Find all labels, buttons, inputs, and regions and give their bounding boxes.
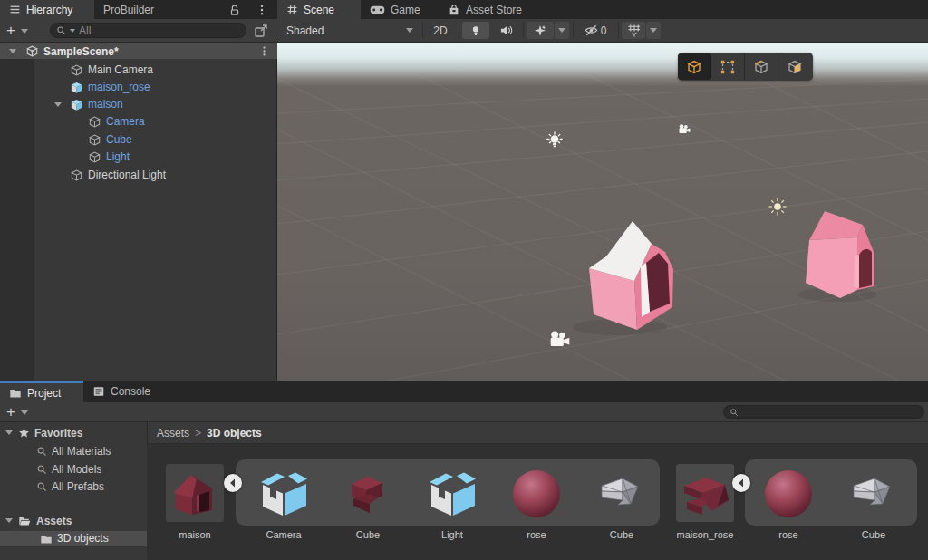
sidebar-assets-folder[interactable]: Assets (0, 514, 147, 528)
scene-effects-caret[interactable] (555, 22, 569, 39)
tab-asset-store[interactable]: Asset Store (439, 0, 546, 19)
toggle-2d-label: 2D (433, 24, 447, 37)
pb-vertex-mode-button[interactable] (711, 53, 745, 80)
tab-console-label: Console (111, 385, 150, 398)
hierarchy-search-placeholder: All (79, 24, 91, 37)
expand-caret-icon[interactable] (5, 430, 13, 435)
sphere-material-thumbnail (508, 464, 566, 522)
asset-label: Cube (837, 529, 910, 542)
sphere-material-thumbnail (759, 464, 817, 522)
asset-rose[interactable] (508, 464, 566, 522)
tab-probuilder[interactable]: ProBuilder (94, 0, 187, 19)
project-tabbar: Project Console (0, 381, 928, 402)
folder-icon (9, 387, 22, 400)
pb-edge-mode-button[interactable] (745, 53, 778, 80)
scene-object-maison-rose (806, 211, 874, 298)
create-object-button[interactable]: + (6, 23, 15, 38)
expand-caret-icon[interactable] (5, 518, 13, 523)
tab-scene-label: Scene (304, 4, 334, 16)
scene-lighting-button[interactable] (462, 22, 489, 39)
hierarchy-panel: SampleScene* Main Camera maison_rose mai… (0, 43, 277, 381)
expand-caret-icon[interactable] (54, 102, 62, 107)
toolbar-separator (618, 22, 619, 38)
search-icon (36, 481, 47, 492)
search-icon (36, 464, 47, 475)
expand-caret-icon[interactable] (9, 49, 16, 53)
breadcrumb-separator-icon: > (189, 427, 207, 439)
asset-maison[interactable] (166, 464, 224, 522)
asset-cube-mesh-2[interactable] (845, 464, 903, 522)
point-light-gizmo (547, 132, 562, 147)
tab-scene[interactable]: Scene (277, 0, 361, 19)
collapse-prefab-button[interactable] (732, 474, 750, 492)
create-asset-button[interactable]: + (6, 404, 15, 420)
unity-editor-window: Hierarchy ProBuilder Scene Game Asset St… (0, 0, 928, 560)
favorites-label: Favorites (34, 427, 82, 439)
create-dropdown-caret[interactable] (21, 29, 28, 34)
asset-label: Cube (585, 529, 658, 542)
edge-mode-icon (753, 59, 769, 75)
tab-game[interactable]: Game (361, 0, 439, 19)
asset-light[interactable] (423, 464, 481, 522)
search-type-caret[interactable] (70, 29, 75, 33)
sidebar-item-all-models[interactable]: All Models (0, 462, 147, 477)
hierarchy-item-directional-light[interactable]: Directional Light (0, 167, 277, 184)
grid-snap-button[interactable] (622, 22, 645, 39)
object-mode-icon (686, 59, 702, 75)
search-icon (56, 25, 66, 35)
prefab-cube-icon (70, 98, 83, 111)
hierarchy-item-maison[interactable]: maison (0, 96, 277, 113)
toggle-2d-button[interactable]: 2D (426, 22, 455, 39)
hierarchy-item-cube[interactable]: Cube (0, 131, 277, 149)
project-search-field[interactable] (723, 405, 924, 419)
hierarchy-scene-row[interactable]: SampleScene* (0, 43, 277, 59)
breadcrumb-current[interactable]: 3D objects (207, 427, 262, 439)
hierarchy-item-main-camera[interactable]: Main Camera (0, 62, 277, 79)
pb-face-mode-button[interactable] (778, 53, 811, 80)
tab-asset-store-label: Asset Store (466, 4, 522, 16)
sidebar-item-all-materials[interactable]: All Materials (0, 444, 147, 459)
asset-rose-2[interactable] (759, 464, 817, 522)
hierarchy-search-field[interactable]: All (50, 23, 246, 38)
hierarchy-item-maison-rose[interactable]: maison_rose (0, 79, 277, 96)
pick-window-icon[interactable] (254, 24, 268, 38)
tab-hierarchy[interactable]: Hierarchy (0, 0, 94, 19)
kebab-menu-icon[interactable] (258, 45, 270, 57)
create-asset-caret[interactable] (21, 410, 28, 415)
collapse-prefab-button[interactable] (224, 474, 242, 492)
asset-label: maison (159, 529, 231, 542)
lock-icon[interactable] (228, 4, 241, 16)
asset-cube-mesh[interactable] (593, 464, 651, 522)
hidden-objects-button[interactable]: 0 (576, 22, 614, 39)
breadcrumb-root[interactable]: Assets (157, 427, 189, 439)
grid-snap-icon (627, 24, 641, 37)
hierarchy-item-label: Cube (106, 133, 132, 146)
scene-audio-button[interactable] (491, 22, 520, 39)
shading-mode-dropdown[interactable]: Shaded (281, 22, 419, 39)
asset-camera[interactable] (255, 464, 313, 522)
sidebar-item-all-prefabs[interactable]: All Prefabs (0, 479, 147, 494)
arrow-left-icon (224, 474, 242, 492)
hierarchy-item-label: Light (106, 150, 130, 163)
assets-label: Assets (36, 515, 72, 527)
asset-maison-rose[interactable] (676, 464, 734, 522)
sidebar-favorites[interactable]: Favorites (0, 426, 147, 440)
sidebar-folder-3d-objects[interactable]: 3D objects (0, 531, 147, 546)
hierarchy-item-camera[interactable]: Camera (0, 113, 277, 130)
pb-object-mode-button[interactable] (678, 53, 711, 80)
hierarchy-item-light[interactable]: Light (0, 149, 277, 166)
tab-console[interactable]: Console (83, 381, 169, 402)
caret-down-icon (558, 28, 566, 33)
scene-viewport[interactable] (277, 43, 928, 381)
sidebar-item-label: All Prefabs (52, 480, 104, 493)
grid-snap-caret[interactable] (646, 22, 661, 39)
scene-effects-button[interactable] (527, 22, 554, 39)
camera-gizmo-large (551, 331, 570, 346)
hierarchy-tabbar: Hierarchy ProBuilder (0, 0, 277, 19)
kebab-menu-icon[interactable] (256, 4, 268, 16)
arrow-left-icon (732, 474, 750, 492)
asset-cube-maroon[interactable] (339, 464, 397, 522)
folder-icon (40, 533, 53, 546)
shopping-bag-icon (448, 4, 460, 16)
tab-project[interactable]: Project (0, 381, 83, 402)
